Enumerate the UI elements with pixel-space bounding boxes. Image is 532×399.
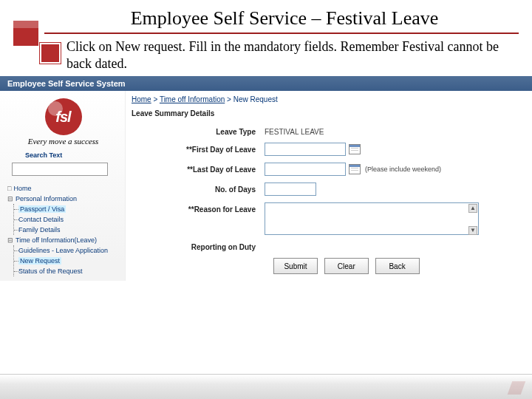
submit-button[interactable]: Submit — [273, 258, 318, 274]
calendar-icon[interactable] — [349, 144, 361, 154]
clear-button[interactable]: Clear — [324, 258, 369, 274]
nav-timeoff-label: Time off Information(Leave) — [16, 236, 97, 244]
last-day-hint: (Please include weekend) — [365, 166, 441, 173]
scroll-up-icon[interactable]: ▲ — [468, 204, 477, 213]
nav-guidelines-label: Guidelines - Leave Application — [18, 247, 108, 254]
scroll-down-icon[interactable]: ▼ — [468, 226, 477, 235]
nav-new-request[interactable]: New Request — [17, 256, 122, 266]
first-day-input[interactable] — [265, 143, 346, 156]
nav-family-details[interactable]: Family Details — [17, 225, 122, 235]
footer-band — [0, 374, 532, 399]
title-underline — [44, 33, 519, 34]
nav-tree: Home Personal Information Passport / Vis… — [4, 183, 122, 276]
nav-family-details-label: Family Details — [18, 226, 61, 233]
search-input[interactable] — [12, 163, 108, 176]
nav-personal[interactable]: Personal Information — [4, 194, 122, 204]
breadcrumb-current: New Request — [233, 95, 278, 103]
last-day-label: **Last Day of Leave — [132, 166, 265, 174]
reason-label: **Reason for Leave — [132, 202, 265, 214]
nav-timeoff[interactable]: Time off Information(Leave) — [4, 235, 122, 245]
panel-title: Leave Summary Details — [132, 109, 526, 117]
brand-logo: fsl — [45, 98, 82, 135]
brand-tagline: Every move a success — [4, 137, 122, 146]
search-label: Search Text — [25, 151, 122, 159]
nav-home[interactable]: Home — [4, 183, 122, 194]
breadcrumb-section[interactable]: Time off Information — [160, 95, 225, 103]
last-day-input[interactable] — [265, 163, 346, 176]
breadcrumb: Home > Time off Information > New Reques… — [132, 95, 526, 103]
breadcrumb-home[interactable]: Home — [132, 95, 151, 103]
leave-type-value: FESTIVAL LEAVE — [265, 128, 324, 136]
reporting-label: Reporting on Duty — [132, 243, 265, 251]
first-day-label: **First Day of Leave — [132, 146, 265, 154]
nav-new-request-label: New Request — [18, 257, 61, 265]
leave-type-label: Leave Type — [132, 128, 265, 136]
page-title: Employee Self Service – Festival Leave — [66, 7, 502, 30]
brand-square — [13, 21, 38, 46]
nav-passport-visa-label: Passport / Visa — [18, 205, 66, 213]
calendar-icon[interactable] — [349, 164, 361, 174]
instruction-text: Click on New request. Fill in the mandat… — [66, 38, 526, 72]
nav-guidelines[interactable]: Guidelines - Leave Application — [17, 245, 122, 256]
nav-contact-details-label: Contact Details — [18, 216, 64, 223]
system-bar: Employee Self Service System — [0, 76, 532, 91]
main-panel: Home > Time off Information > New Reques… — [126, 91, 532, 281]
nav-passport-visa[interactable]: Passport / Visa — [17, 204, 122, 214]
brand-logo-text: fsl — [55, 109, 70, 126]
nav-contact-details[interactable]: Contact Details — [17, 214, 122, 225]
bullet-box — [40, 43, 61, 64]
nav-status-request-label: Status of the Request — [18, 267, 83, 275]
nav-home-label: Home — [13, 185, 31, 192]
nav-personal-label: Personal Information — [16, 195, 77, 202]
back-button[interactable]: Back — [375, 258, 420, 274]
no-days-input[interactable] — [265, 183, 316, 196]
nav-status-request[interactable]: Status of the Request — [17, 266, 122, 276]
reason-textarea[interactable] — [265, 202, 479, 235]
no-days-label: No. of Days — [132, 185, 265, 194]
sidebar: fsl Every move a success Search Text Hom… — [0, 91, 126, 281]
